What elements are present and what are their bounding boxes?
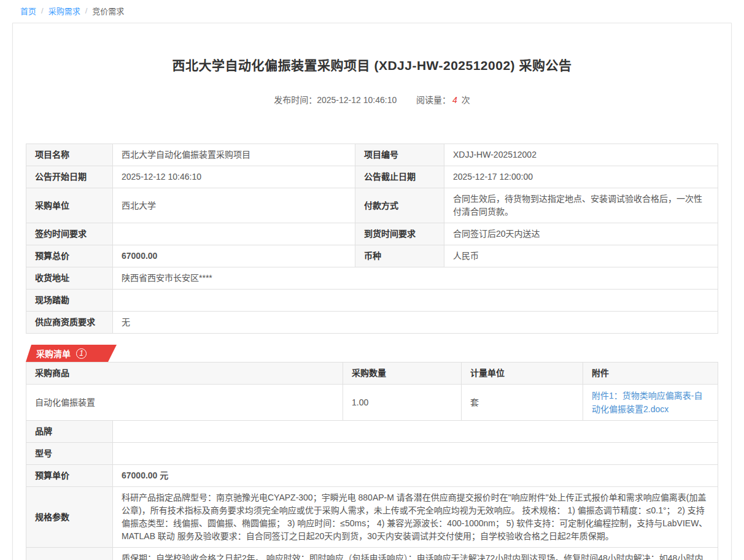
item-detail-table: 品牌 型号 预算单价 67000.00 元 规格参数 科研产品指定品牌型号：南京… — [26, 420, 718, 560]
field-label-payment: 付款方式 — [355, 188, 444, 223]
table-row: 品牌 — [26, 421, 718, 443]
field-label-purchaser: 采购单位 — [26, 188, 113, 223]
purchase-list-tab: 采购清单 1 — [26, 345, 117, 362]
breadcrumb-separator: / — [85, 6, 88, 15]
publish-time: 发布时间：2025-12-12 10:46:10 — [274, 95, 397, 105]
field-value-specs: 科研产品指定品牌型号：南京驰豫光电CYAPZ-300；宇瞬光电 880AP-M … — [113, 487, 718, 548]
table-row: 自动化偏振装置 1.00 套 附件1：货物类响应偏离表-自动化偏振装置2.doc… — [26, 385, 718, 421]
table-row: 采购单位 西北大学 付款方式 合同生效后，待货物到达指定地点、安装调试验收合格后… — [26, 188, 718, 223]
field-label-end-date: 公告截止日期 — [355, 166, 444, 188]
field-value-signing-time — [113, 223, 355, 245]
field-value-end-date: 2025-12-17 12:00:00 — [444, 166, 718, 188]
item-unit: 套 — [462, 385, 583, 421]
table-row: 型号 — [26, 443, 718, 465]
table-row: 规格参数 科研产品指定品牌型号：南京驰豫光电CYAPZ-300；宇瞬光电 880… — [26, 487, 718, 548]
item-product-name: 自动化偏振装置 — [26, 385, 343, 421]
field-value-delivery-time: 合同签订后20天内送达 — [444, 223, 718, 245]
table-row: 现场踏勘 — [26, 290, 718, 312]
column-header-quantity: 采购数量 — [343, 362, 462, 385]
field-value-project-name: 西北大学自动化偏振装置采购项目 — [113, 144, 355, 166]
field-value-model — [113, 443, 718, 465]
table-row: 签约时间要求 到货时间要求 合同签订后20天内送达 — [26, 223, 718, 245]
field-label-project-number: 项目编号 — [355, 144, 444, 166]
table-row: 预算总价 67000.00 币种 人民币 — [26, 245, 718, 267]
field-label-delivery-address: 收货地址 — [26, 267, 113, 290]
field-label-currency: 币种 — [355, 245, 444, 267]
purchase-list-count-badge: 1 — [76, 348, 87, 359]
view-count: 阅读量：4 次 — [416, 95, 470, 105]
item-quantity: 1.00 — [343, 385, 462, 421]
field-label-model: 型号 — [26, 443, 113, 465]
field-value-site-survey — [113, 290, 718, 312]
attachment-download-link[interactable]: 附件1：货物类响应偏离表-自动化偏振装置2.docx — [592, 391, 702, 414]
page-title: 西北大学自动化偏振装置采购项目 (XDJJ-HW-202512002) 采购公告 — [26, 55, 718, 74]
breadcrumb: 首页 / 采购需求 / 竞价需求 — [0, 0, 744, 17]
field-value-currency: 人民币 — [444, 245, 718, 267]
field-label-after-sales: 售后服务 — [26, 548, 113, 560]
field-value-brand — [113, 421, 718, 443]
field-label-site-survey: 现场踏勘 — [26, 290, 113, 312]
field-value-payment: 合同生效后，待货物到达指定地点、安装调试验收合格后，一次性付清合同货款。 — [444, 188, 718, 223]
column-header-attachment: 附件 — [583, 362, 718, 385]
table-header-row: 采购商品 采购数量 计量单位 附件 — [26, 362, 718, 385]
table-row: 供应商资质要求 无 — [26, 312, 718, 334]
field-label-delivery-time: 到货时间要求 — [355, 223, 444, 245]
breadcrumb-home-link[interactable]: 首页 — [20, 5, 36, 17]
field-label-budget-total: 预算总价 — [26, 245, 113, 267]
table-row: 预算单价 67000.00 元 — [26, 465, 718, 487]
breadcrumb-current: 竞价需求 — [92, 5, 124, 17]
purchase-items-table: 采购商品 采购数量 计量单位 附件 自动化偏振装置 1.00 套 附件1：货物类… — [26, 362, 718, 421]
field-label-brand: 品牌 — [26, 421, 113, 443]
field-value-purchaser: 西北大学 — [113, 188, 355, 223]
field-label-start-date: 公告开始日期 — [26, 166, 113, 188]
field-label-project-name: 项目名称 — [26, 144, 113, 166]
field-value-after-sales: 质保期：自学校验收合格之日起2年。 响应时效：即时响应（包括电话响应）；电话响应… — [113, 548, 718, 560]
view-count-number: 4 — [452, 95, 457, 105]
project-info-table: 项目名称 西北大学自动化偏振装置采购项目 项目编号 XDJJ-HW-202512… — [26, 144, 718, 334]
breadcrumb-section-link[interactable]: 采购需求 — [48, 5, 80, 17]
column-header-product: 采购商品 — [26, 362, 343, 385]
table-row: 售后服务 质保期：自学校验收合格之日起2年。 响应时效：即时响应（包括电话响应）… — [26, 548, 718, 560]
table-row: 公告开始日期 2025-12-12 10:46:10 公告截止日期 2025-1… — [26, 166, 718, 188]
publish-meta: 发布时间：2025-12-12 10:46:10 阅读量：4 次 — [26, 93, 718, 105]
breadcrumb-separator: / — [41, 6, 44, 15]
field-value-delivery-address: 陕西省西安市长安区**** — [113, 267, 718, 290]
field-label-specs: 规格参数 — [26, 487, 113, 548]
field-value-supplier-qualification: 无 — [113, 312, 718, 334]
column-header-unit: 计量单位 — [462, 362, 583, 385]
field-value-budget-total: 67000.00 — [113, 245, 355, 267]
purchase-list-tab-label: 采购清单 — [36, 347, 71, 359]
table-row: 收货地址 陕西省西安市长安区**** — [26, 267, 718, 290]
field-value-start-date: 2025-12-12 10:46:10 — [113, 166, 355, 188]
field-label-signing-time: 签约时间要求 — [26, 223, 113, 245]
table-row: 项目名称 西北大学自动化偏振装置采购项目 项目编号 XDJJ-HW-202512… — [26, 144, 718, 166]
field-value-unit-price: 67000.00 元 — [113, 465, 718, 487]
field-value-project-number: XDJJ-HW-202512002 — [444, 144, 718, 166]
announcement-card: 西北大学自动化偏振装置采购项目 (XDJJ-HW-202512002) 采购公告… — [12, 23, 732, 560]
field-label-unit-price: 预算单价 — [26, 465, 113, 487]
field-label-supplier-qualification: 供应商资质要求 — [26, 312, 113, 334]
